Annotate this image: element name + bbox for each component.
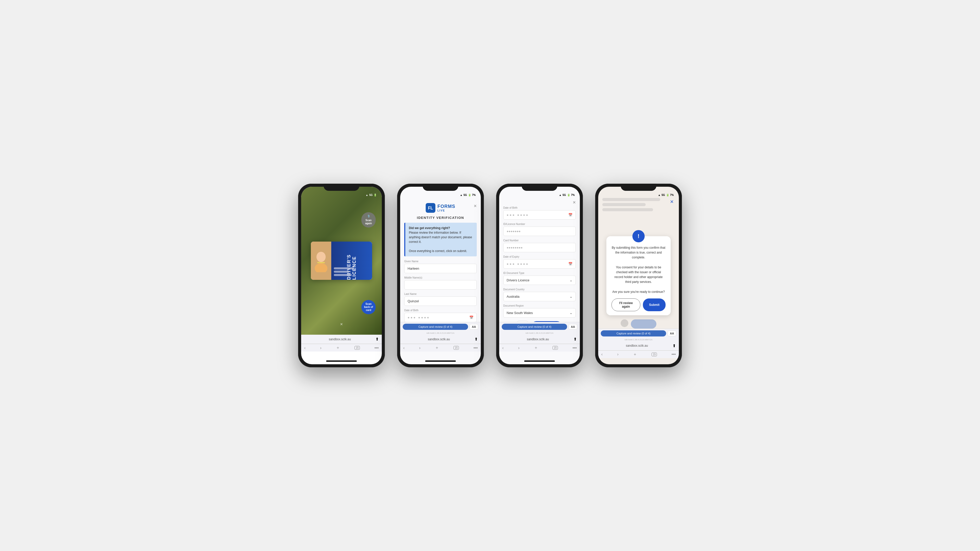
forward-btn-1[interactable]: › xyxy=(320,346,321,350)
id-card-lines xyxy=(334,267,357,277)
menu-btn-1[interactable]: ••• xyxy=(374,346,379,350)
home-bar-2 xyxy=(400,351,481,364)
logo-forms-label: FORMS xyxy=(438,204,455,209)
doc-country-select[interactable]: Australia ⌄ xyxy=(503,292,576,301)
back-btn-1[interactable]: ‹ xyxy=(304,346,305,350)
new-tab-btn-1[interactable]: ＋ xyxy=(336,345,340,351)
browser-url-2: sandbox.sctk.au xyxy=(403,338,474,341)
review-again-button[interactable]: I'll review again xyxy=(611,299,640,311)
menu-btn-4[interactable]: ••• xyxy=(671,352,676,357)
doc-type-field: ID Document Type Drivers Licence ⌄ xyxy=(503,272,576,285)
phone-2: ▲ 5G 🔋 7% FL xyxy=(397,184,484,367)
new-tab-btn-4[interactable]: ＋ xyxy=(633,352,637,357)
card-number-value: ●●●●●●●● xyxy=(507,246,523,249)
new-tab-btn-2[interactable]: ＋ xyxy=(435,345,439,351)
doc-type-label: ID Document Type xyxy=(503,272,576,275)
phone-notch-3 xyxy=(522,184,557,191)
forward-btn-3[interactable]: › xyxy=(518,346,519,350)
confirm-dialog: ! By submitting this form you confirm th… xyxy=(606,236,671,315)
form-screen-2: FL FORMS LIVE × IDENTITY VERIFICATION Di… xyxy=(400,198,481,322)
capture-aa-4[interactable]: AA xyxy=(668,330,676,336)
scan-again-button[interactable]: 🎙️ Scan again xyxy=(361,212,375,227)
blurred-action-row xyxy=(598,319,679,329)
browser-nav-4: ‹ › ＋ 15 ••• xyxy=(598,351,679,358)
capture-aa-2[interactable]: AA xyxy=(469,324,478,330)
form-screen-3: Date of Birth ● ● ● ● ● ● ● 📅 ID/Licence… xyxy=(499,205,580,322)
form-close-button-2[interactable]: × xyxy=(474,203,477,209)
status-right-2: ▲ 5G 🔋 7% xyxy=(460,194,476,197)
scanner-close-button[interactable]: × xyxy=(340,322,343,327)
card-number-label: Card Number xyxy=(503,239,576,242)
chevron-down-icon-country: ⌄ xyxy=(570,295,573,299)
forward-btn-4[interactable]: › xyxy=(617,352,618,357)
battery-pct-2: 7% xyxy=(472,194,476,197)
scan-back-button[interactable]: Scan back of card xyxy=(361,300,375,314)
browser-bar-2: sandbox.sctk.au ⬆ xyxy=(400,335,481,344)
last-name-input[interactable] xyxy=(404,297,477,306)
browser-url-3: sandbox.sctk.au xyxy=(502,338,573,341)
close-container-4: ✕ xyxy=(670,199,674,205)
doc-type-select[interactable]: Drivers Licence ⌄ xyxy=(503,275,576,285)
browser-nav-3: ‹ › ＋ 15 ••• xyxy=(499,344,580,351)
share-icon-1[interactable]: ⬆ xyxy=(375,337,379,341)
dob-input[interactable]: ● ● ● ● ● ● ● 📅 xyxy=(404,313,477,322)
middle-name-field: Middle Name(s) xyxy=(404,276,477,289)
battery-icon-1: 🔋 xyxy=(374,194,377,197)
calendar-icon-expiry: 📅 xyxy=(568,262,573,266)
share-icon-4[interactable]: ⬆ xyxy=(673,343,676,348)
back-btn-2[interactable]: ‹ xyxy=(403,346,404,350)
given-name-input[interactable] xyxy=(404,264,477,273)
forward-btn-2[interactable]: › xyxy=(419,346,420,350)
menu-btn-3[interactable]: ••• xyxy=(573,346,577,350)
confirm-icon: ! xyxy=(632,230,645,242)
middle-name-input[interactable] xyxy=(404,280,477,289)
home-indicator-2 xyxy=(425,360,456,362)
given-name-field: Given Name xyxy=(404,260,477,273)
tab-count-2[interactable]: 15 xyxy=(453,346,459,350)
expiry-input[interactable]: ● ● ● ● ● ● ● 📅 xyxy=(503,259,576,268)
capture-aa-3[interactable]: AA xyxy=(569,324,577,330)
info-line3: Once everything is correct, click on sub… xyxy=(409,249,467,253)
id-number-input[interactable]: ●●●●●●● xyxy=(503,227,576,236)
form-close-button-4[interactable]: ✕ xyxy=(670,199,674,204)
back-btn-4[interactable]: ‹ xyxy=(601,352,603,357)
dob-input-3[interactable]: ● ● ● ● ● ● ● 📅 xyxy=(503,210,576,220)
confirm-actions: I'll review again Submit xyxy=(611,299,666,311)
doc-type-value: Drivers Licence xyxy=(507,278,530,282)
status-right-3: ▲ 5G 🔋 7% xyxy=(559,194,575,197)
share-icon-2[interactable]: ⬆ xyxy=(474,337,478,341)
sdk-build-3: sdk build 1.38.4-2113-b8b712c xyxy=(499,331,580,335)
phone-1: ▲ 5G 🔋 🎙️ Scan again xyxy=(298,184,385,367)
capture-row-4: Capture and review (0 of 4) AA xyxy=(598,329,679,338)
status-right-4: ▲ 5G 🔋 7% xyxy=(658,194,674,197)
forms-header: FL FORMS LIVE × xyxy=(404,201,477,214)
dob-label: Date of Birth xyxy=(404,309,477,312)
home-bar-1 xyxy=(301,351,382,364)
back-btn-3[interactable]: ‹ xyxy=(502,346,504,350)
logo-icon: FL xyxy=(426,203,435,213)
form-close-button-3[interactable]: × xyxy=(573,200,576,205)
share-icon-3[interactable]: ⬆ xyxy=(573,337,577,341)
dob-label-3: Date of Birth xyxy=(503,206,576,209)
tab-count-4[interactable]: 15 xyxy=(652,353,657,356)
doc-region-select[interactable]: New South Wales ⌄ xyxy=(503,308,576,318)
tab-count-1[interactable]: 15 xyxy=(355,346,360,350)
confirm-submit-button[interactable]: Submit xyxy=(643,299,666,311)
status-right-1: ▲ 5G 🔋 xyxy=(366,194,377,197)
dob-field-3: Date of Birth ● ● ● ● ● ● ● 📅 xyxy=(503,206,576,220)
capture-bar-4[interactable]: Capture and review (0 of 4) xyxy=(601,330,666,337)
card-number-input[interactable]: ●●●●●●●● xyxy=(503,243,576,252)
svg-point-1 xyxy=(317,252,326,262)
chevron-down-icon-region: ⌄ xyxy=(570,311,573,315)
dob-field: Date of Birth ● ● ● ● ● ● ● 📅 xyxy=(404,309,477,322)
capture-bar-2[interactable]: Capture and review (0 of 4) xyxy=(403,324,468,330)
phone-3: ▲ 5G 🔋 7% × Date of Birth ● ● ● ● ● ● ● … xyxy=(496,184,583,367)
phone-4: ▲ 5G 🔋 7% ✕ ! xyxy=(595,184,682,367)
capture-bar-3[interactable]: Capture and review (0 of 4) xyxy=(502,324,567,330)
new-tab-btn-3[interactable]: ＋ xyxy=(534,345,538,351)
sdk-build-2: sdk build 1.38.4-2113-b8b712c xyxy=(400,331,481,335)
tab-count-3[interactable]: 15 xyxy=(552,346,558,350)
home-bar-4 xyxy=(598,358,679,364)
blurred-submit-btn xyxy=(631,319,656,329)
menu-btn-2[interactable]: ••• xyxy=(473,346,478,350)
